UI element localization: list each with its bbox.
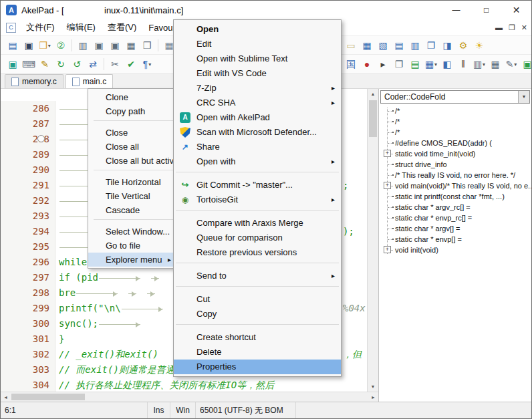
explorer-menu-item[interactable]: Cut — [174, 292, 341, 307]
templates-icon[interactable]: ▦ ▾ — [423, 56, 439, 72]
horizontal-scroll-thumb[interactable] — [11, 394, 85, 400]
codefold-item[interactable]: static char * envp_rc[] = — [379, 213, 531, 223]
log-panel-icon[interactable]: ▤ — [407, 56, 423, 72]
explorer-menu-item[interactable]: Open with ▸ — [174, 154, 341, 169]
scroll-right-icon[interactable]: ► — [371, 392, 376, 402]
tile-horizontal-icon[interactable]: ▤ — [391, 37, 407, 53]
child-restore-icon[interactable]: ❐ — [509, 23, 515, 32]
watch-refresh-icon[interactable]: ↻ — [53, 56, 69, 72]
cascade-icon[interactable]: ❐ — [423, 37, 439, 53]
window-menu-item[interactable]: Go to file — [88, 239, 176, 253]
codefold-item[interactable]: struct drive_info — [379, 159, 531, 170]
pause-icon[interactable]: ‖ — [455, 56, 471, 72]
save-icon[interactable]: ▣ — [107, 37, 123, 53]
explorer-menu-item[interactable]: 7-Zip ▸ — [174, 81, 341, 96]
highlight-pen-icon[interactable]: ✎ — [37, 56, 53, 72]
dropdown-arrow-icon[interactable]: ▾ — [434, 61, 437, 67]
open-folder-icon[interactable]: ❒ ▾ — [37, 37, 53, 53]
explorer-menu-item[interactable]: Delete — [174, 345, 341, 360]
explorer-menu-item[interactable]: Open with AkelPad — [174, 110, 341, 125]
menu-item[interactable]: 文件(F) — [20, 19, 61, 35]
explorer-menu-item[interactable]: Edit — [174, 37, 341, 51]
window-menu-item[interactable]: Tile Horizontal — [88, 175, 176, 189]
cut-lines-icon[interactable]: ✂ — [107, 56, 123, 72]
explorer-menu-item[interactable]: Send to ▸ — [174, 269, 341, 283]
save-copy-icon[interactable]: ▦ — [123, 37, 139, 53]
codefold-item[interactable]: #define CMOS_READ(addr) ( — [379, 138, 531, 148]
tile-vertical-icon[interactable]: ▥ — [407, 37, 423, 53]
window-menu-item[interactable]: Copy path — [88, 104, 176, 118]
document-tab[interactable]: main.c — [65, 74, 113, 88]
open-blank-icon[interactable]: ▣ — [21, 37, 37, 53]
menu-item[interactable]: 查看(V) — [102, 19, 142, 35]
codefold-item[interactable]: static char * argv[] = — [379, 223, 531, 234]
explorer-menu-item[interactable]: Compare with Araxis Merge — [174, 216, 341, 231]
save-as-icon[interactable]: ▣ — [91, 37, 107, 53]
codefold-item[interactable]: + static void time_init(void) — [379, 148, 531, 159]
columns-icon[interactable]: ▥ ▾ — [471, 56, 487, 72]
edit-table-icon[interactable]: ▧ — [375, 37, 391, 53]
plugins-icon[interactable]: ▣ — [5, 56, 21, 72]
dropdown-arrow-icon[interactable]: ▾ — [48, 43, 51, 49]
menu-item[interactable]: 编辑(E) — [61, 19, 102, 35]
paragraph-icon[interactable]: ¶ ▾ — [139, 56, 155, 72]
encoding-icon[interactable]: 国 — [343, 56, 359, 72]
fonts-icon[interactable]: ▭ — [343, 37, 359, 53]
play-macro-icon[interactable]: ▸ — [375, 56, 391, 72]
settings-gear-icon[interactable]: ⚙ — [455, 37, 471, 53]
explorer-menu-item[interactable]: Scan with Microsoft Defender... — [174, 125, 341, 140]
swap-icon[interactable]: ⇄ — [85, 56, 101, 72]
draw-icon[interactable]: ✎ ▾ — [503, 56, 519, 72]
codefold-item[interactable]: /* — [379, 127, 531, 138]
panel-combo[interactable]: Coder::CodeFold ▼ — [380, 90, 530, 104]
codefold-item[interactable]: static int printf(const char *fmt, ...) — [379, 191, 531, 202]
window-menu-item[interactable]: Cascade — [88, 203, 176, 217]
charmap2-icon[interactable]: ▦ — [487, 56, 503, 72]
reopen-session-icon[interactable]: ② — [53, 37, 69, 53]
codefold-item[interactable]: static char * envp[] = — [379, 234, 531, 245]
dropdown-arrow-icon[interactable]: ▾ — [514, 61, 517, 67]
explorer-menu-item[interactable]: Properties — [174, 360, 341, 374]
window-menu-item[interactable]: Explorer menu ▸ — [88, 253, 176, 267]
close-button[interactable]: ✕ — [501, 1, 531, 19]
explorer-menu-item[interactable]: Open — [174, 22, 341, 37]
codefold-item[interactable]: static char * argv_rc[] = — [379, 202, 531, 213]
record-macro-icon[interactable]: ● — [359, 56, 375, 72]
about-icon[interactable]: ☀ — [471, 37, 487, 53]
next-window-icon[interactable]: ◨ — [439, 37, 455, 53]
horizontal-scrollbar[interactable]: ◄ ► — [1, 392, 378, 402]
codefold-item[interactable]: /* — [379, 106, 531, 116]
dropdown-arrow-icon[interactable]: ▾ — [148, 61, 151, 67]
expand-plus-icon[interactable]: + — [384, 150, 391, 157]
child-close-icon[interactable]: ✕ — [521, 23, 527, 32]
child-minimize-icon[interactable]: ▬ — [495, 23, 503, 31]
explorer-menu-item[interactable]: Git Commit -> "master"... — [174, 178, 341, 192]
minimap-icon[interactable]: ▣ — [519, 56, 532, 72]
maximize-button[interactable]: □ — [471, 1, 501, 19]
window-menu-item[interactable]: Close all but active — [88, 154, 176, 168]
explorer-menu-item[interactable]: Queue for comparison — [174, 231, 341, 245]
print-icon[interactable]: ▥ — [75, 37, 91, 53]
vertical-scroll-thumb[interactable] — [369, 100, 377, 137]
code-line[interactable]: 304 // 执行各终止处理程序、关闭所有标准IO等，然后 — [1, 378, 367, 392]
explorer-menu-item[interactable]: CRC SHA ▸ — [174, 96, 341, 110]
new-file-icon[interactable]: ▤ — [5, 37, 21, 53]
minimize-button[interactable]: — — [441, 1, 471, 19]
scroll-down-icon[interactable]: ▼ — [368, 382, 378, 392]
document-system-icon[interactable]: C — [6, 23, 16, 33]
expand-plus-icon[interactable]: + — [384, 182, 391, 189]
scroll-up-icon[interactable]: ▲ — [368, 89, 378, 99]
explorer-menu-item[interactable]: Edit with VS Code — [174, 66, 341, 81]
window-menu-item[interactable]: Close all — [88, 140, 176, 154]
explorer-panel-icon[interactable]: ◧ — [439, 56, 455, 72]
codefold-item[interactable]: + void init(void) — [379, 245, 531, 255]
window-menu-item[interactable]: Close — [88, 126, 176, 140]
codefold-item[interactable]: + void main(void)/* This really IS void,… — [379, 180, 531, 191]
reload-icon[interactable]: ↺ — [69, 56, 85, 72]
dropdown-arrow-icon[interactable]: ▾ — [483, 61, 485, 67]
window-menu-item[interactable]: Clone — [88, 90, 176, 104]
explorer-menu-item[interactable]: TortoiseGit ▸ — [174, 192, 341, 207]
compare-docs-icon[interactable]: ❐ — [391, 56, 407, 72]
explorer-menu-item[interactable]: Copy — [174, 307, 341, 321]
vertical-scrollbar[interactable]: ▲ ▼ — [367, 89, 378, 392]
